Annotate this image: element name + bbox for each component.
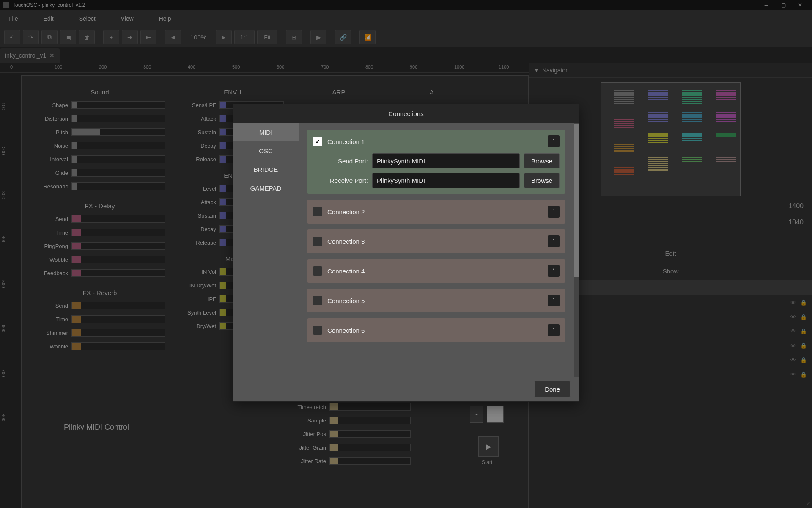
connections-dialog: Connections MIDIOSCBRIDGEGAMEPAD ✓Connec… — [233, 104, 579, 402]
expand-button[interactable]: ˅ — [548, 324, 560, 336]
expand-button[interactable]: ˅ — [548, 235, 560, 247]
expand-button[interactable]: ˄ — [548, 135, 560, 147]
browse-button[interactable]: Browse — [524, 173, 560, 188]
dialog-sidebar: MIDIOSCBRIDGEGAMEPAD — [233, 123, 299, 377]
dialog-tab-gamepad[interactable]: GAMEPAD — [233, 179, 299, 197]
connection-checkbox[interactable] — [313, 237, 322, 246]
connection-name: Connection 2 — [327, 208, 543, 215]
connection-checkbox[interactable] — [313, 207, 322, 216]
expand-button[interactable]: ˅ — [548, 206, 560, 218]
connection-block: Connection 4˅ — [307, 259, 565, 283]
connection-checkbox[interactable] — [313, 296, 322, 305]
dialog-content: ✓Connection 1˄Send Port:BrowseReceive Po… — [299, 123, 574, 377]
connection-block: Connection 2˅ — [307, 200, 565, 224]
connection-checkbox[interactable]: ✓ — [313, 137, 322, 146]
connection-block: Connection 6˅ — [307, 318, 565, 342]
connection-name: Connection 6 — [327, 327, 543, 334]
port-input[interactable] — [372, 173, 520, 188]
dialog-title: Connections — [233, 104, 579, 123]
connection-checkbox[interactable] — [313, 266, 322, 276]
connection-name: Connection 3 — [327, 238, 543, 245]
connection-checkbox[interactable] — [313, 326, 322, 335]
done-button[interactable]: Done — [534, 381, 571, 397]
dialog-scrollbar[interactable] — [574, 123, 579, 377]
connection-name: Connection 4 — [327, 268, 543, 275]
dialog-tab-bridge[interactable]: BRIDGE — [233, 160, 299, 179]
browse-button[interactable]: Browse — [524, 153, 560, 168]
port-label: Receive Port: — [313, 177, 368, 184]
port-input[interactable] — [372, 153, 520, 168]
port-label: Send Port: — [313, 157, 368, 165]
connection-block: Connection 3˅ — [307, 229, 565, 253]
connection-name: Connection 1 — [327, 138, 543, 145]
connection-name: Connection 5 — [327, 297, 543, 304]
dialog-tab-midi[interactable]: MIDI — [233, 123, 299, 141]
expand-button[interactable]: ˅ — [548, 295, 560, 306]
expand-button[interactable]: ˅ — [548, 265, 560, 277]
connection-block: Connection 5˅ — [307, 289, 565, 312]
connection-block: ✓Connection 1˄Send Port:BrowseReceive Po… — [307, 130, 565, 194]
dialog-tab-osc[interactable]: OSC — [233, 141, 299, 160]
